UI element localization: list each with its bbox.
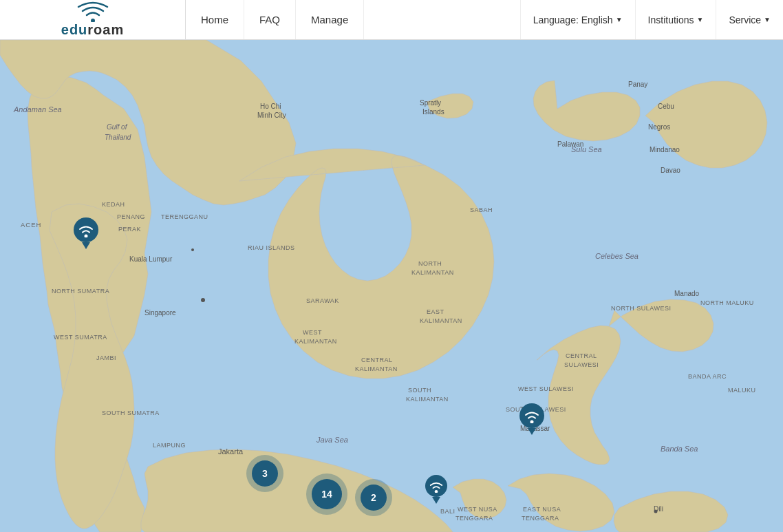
cluster-14-count: 14	[321, 489, 332, 500]
nav-manage[interactable]: Manage	[296, 0, 364, 39]
svg-text:Panay: Panay	[628, 81, 647, 88]
svg-text:EAST: EAST	[427, 308, 444, 315]
service-dropdown-arrow: ▼	[764, 16, 771, 23]
svg-text:Negros: Negros	[648, 123, 670, 131]
svg-point-63	[530, 421, 534, 424]
svg-text:WEST SUMATRA: WEST SUMATRA	[54, 334, 107, 341]
svg-text:CENTRAL: CENTRAL	[566, 352, 597, 359]
svg-text:TENGGARA: TENGGARA	[455, 515, 493, 522]
svg-text:KALIMANTAN: KALIMANTAN	[411, 269, 454, 276]
label-andaman-sea: Andaman Sea	[13, 105, 62, 114]
nav-faq[interactable]: FAQ	[244, 0, 296, 39]
header: eduroam Home FAQ Manage Language: Englis…	[0, 0, 783, 40]
svg-text:Mindanao: Mindanao	[650, 146, 680, 153]
svg-text:PERAK: PERAK	[118, 226, 141, 233]
cluster-2-count: 2	[371, 492, 376, 503]
svg-text:CENTRAL: CENTRAL	[361, 357, 393, 363]
svg-point-64	[435, 490, 438, 493]
nav-right: Language: English ▼ Institutions ▼ Servi…	[520, 0, 783, 39]
svg-text:WEST NUSA: WEST NUSA	[458, 506, 497, 513]
cluster-2[interactable]: 2	[355, 479, 392, 516]
svg-text:SABAH: SABAH	[470, 206, 493, 213]
svg-text:RIAU ISLANDS: RIAU ISLANDS	[248, 244, 295, 251]
svg-text:Thailand: Thailand	[105, 134, 131, 141]
wifi-icon-malaysia	[78, 222, 94, 237]
svg-text:Jakarta: Jakarta	[218, 447, 244, 456]
svg-text:Banda Sea: Banda Sea	[661, 445, 698, 453]
service-dropdown[interactable]: Service ▼	[716, 0, 783, 39]
svg-text:Cebu: Cebu	[658, 103, 674, 110]
nav: Home FAQ Manage Language: English ▼ Inst…	[186, 0, 783, 39]
wifi-logo-icon	[76, 1, 110, 22]
svg-text:WEST SULAWESI: WEST SULAWESI	[518, 385, 574, 392]
svg-text:JAMBI: JAMBI	[96, 354, 116, 361]
svg-text:PENANG: PENANG	[117, 213, 145, 220]
svg-text:Kuala Lumpur: Kuala Lumpur	[129, 255, 173, 263]
wifi-icon-bali	[429, 479, 443, 493]
svg-point-59	[201, 298, 205, 302]
svg-text:MALUKU: MALUKU	[728, 387, 756, 394]
svg-text:NORTH: NORTH	[418, 260, 442, 267]
svg-text:NORTH MALUKU: NORTH MALUKU	[700, 299, 754, 306]
cluster-3-count: 3	[262, 468, 268, 479]
svg-text:Ho Chi: Ho Chi	[260, 103, 281, 110]
map-container[interactable]: Andaman Sea Gulf of Thailand ACEH NORTH …	[0, 40, 783, 532]
institutions-dropdown-arrow: ▼	[697, 16, 704, 23]
svg-text:TENGGARA: TENGGARA	[522, 515, 559, 522]
svg-point-60	[191, 248, 194, 251]
svg-point-61	[654, 510, 658, 513]
wifi-pin-tail-bali	[432, 497, 440, 504]
svg-text:SARAWAK: SARAWAK	[306, 297, 339, 304]
wifi-pin-malaysia[interactable]	[74, 217, 98, 249]
svg-point-62	[85, 235, 88, 238]
svg-text:BANDA ARC: BANDA ARC	[688, 373, 727, 380]
map-svg: Andaman Sea Gulf of Thailand ACEH NORTH …	[0, 40, 783, 532]
svg-text:Islands: Islands	[422, 108, 444, 116]
svg-text:SULAWESI: SULAWESI	[564, 361, 599, 368]
svg-text:LAMPUNG: LAMPUNG	[153, 442, 186, 449]
svg-text:SOUTH SUMATRA: SOUTH SUMATRA	[102, 409, 160, 416]
svg-text:Manado: Manado	[674, 290, 700, 297]
language-dropdown[interactable]: Language: English ▼	[520, 0, 635, 39]
svg-text:Gulf of: Gulf of	[107, 123, 128, 131]
svg-text:NORTH SULAWESI: NORTH SULAWESI	[611, 305, 672, 312]
logo-brand: eduroam	[61, 22, 124, 38]
svg-text:Davao: Davao	[661, 167, 680, 174]
cluster-3[interactable]: 3	[246, 455, 283, 492]
svg-text:Spratly: Spratly	[420, 99, 441, 107]
svg-text:TERENGGANU: TERENGGANU	[161, 213, 208, 220]
svg-text:BALI: BALI	[440, 508, 455, 515]
nav-home[interactable]: Home	[186, 0, 244, 39]
svg-text:Java Sea: Java Sea	[316, 436, 348, 444]
svg-text:KALIMANTAN: KALIMANTAN	[406, 396, 449, 403]
svg-text:ACEH: ACEH	[21, 221, 41, 228]
wifi-icon-makassar	[524, 408, 539, 423]
svg-text:Sulu Sea: Sulu Sea	[571, 145, 602, 153]
wifi-pin-bali[interactable]	[425, 475, 447, 504]
wifi-pin-makassar[interactable]	[519, 403, 544, 435]
svg-text:KALIMANTAN: KALIMANTAN	[355, 365, 398, 372]
cluster-14[interactable]: 14	[306, 474, 347, 515]
logo-edu: edu	[61, 22, 88, 37]
svg-text:Singapore: Singapore	[144, 309, 176, 317]
institutions-dropdown[interactable]: Institutions ▼	[635, 0, 716, 39]
logo-roam: roam	[87, 22, 124, 37]
svg-text:NORTH SUMATRA: NORTH SUMATRA	[52, 288, 109, 295]
wifi-pin-tail-malaysia	[82, 242, 90, 249]
svg-text:WEST: WEST	[303, 329, 322, 336]
svg-text:KEDAH: KEDAH	[102, 201, 125, 208]
svg-text:SOUTH: SOUTH	[408, 387, 431, 394]
svg-text:KALIMANTAN: KALIMANTAN	[420, 317, 462, 324]
svg-text:KALIMANTAN: KALIMANTAN	[294, 338, 337, 345]
svg-text:EAST NUSA: EAST NUSA	[523, 506, 561, 513]
wifi-pin-tail-makassar	[528, 428, 536, 435]
logo-area: eduroam	[0, 0, 186, 39]
svg-text:Celebes Sea: Celebes Sea	[595, 252, 639, 260]
svg-text:Minh City: Minh City	[257, 111, 286, 119]
language-dropdown-arrow: ▼	[616, 16, 623, 23]
